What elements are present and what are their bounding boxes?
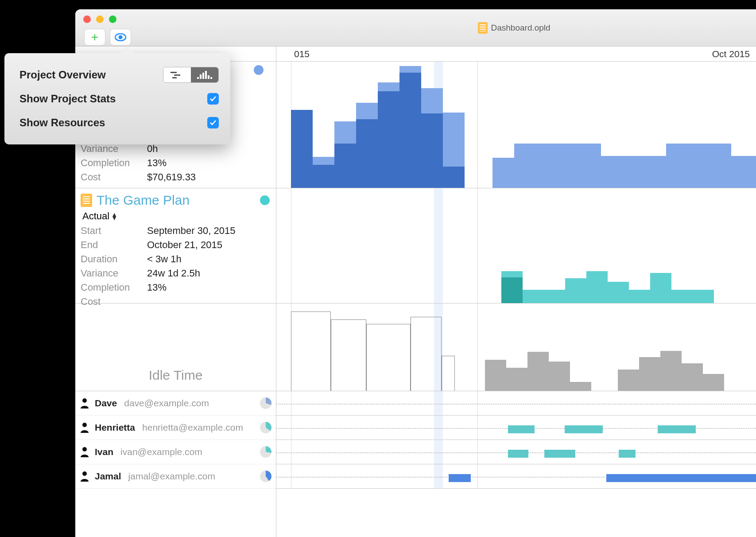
timeline-header: 015 Oct 2015 [276,47,756,62]
mode-value: Actual [82,210,109,222]
check-icon [209,120,217,126]
stat-label: Variance [81,266,147,280]
zoom-window-button[interactable] [109,16,116,23]
utilization-pie-icon [260,422,271,433]
stat-label: Cost [81,295,147,309]
plus-icon: + [91,30,98,44]
add-button[interactable]: + [84,29,105,46]
svg-rect-12 [205,71,207,79]
stat-value: < 3w 1h [147,252,182,266]
chart-mode-button[interactable] [191,67,218,82]
view-mode-segment[interactable] [163,67,219,83]
person-icon [80,422,89,433]
stat-label: Completion [81,156,147,170]
svg-point-3 [82,423,87,427]
show-resources-row[interactable]: Show Resources [19,111,219,135]
svg-rect-11 [202,73,204,79]
svg-rect-6 [171,72,177,73]
project-dot [254,65,264,75]
stat-label: Cost [81,170,147,184]
resource-name: Jamal [95,471,121,482]
svg-rect-14 [210,77,212,79]
stat-label: Completion [81,280,147,295]
chevron-updown-icon: ▲▼ [111,213,117,220]
stat-label: End [81,238,147,252]
resource-timeline-row [276,416,756,440]
chart-row-project1 [276,62,756,188]
resource-row[interactable]: Ivan ivan@example.com [75,440,276,464]
timeline-label: Oct 2015 [712,49,750,59]
eye-icon [115,33,126,41]
idle-time-section: Idle Time [75,304,276,391]
svg-rect-8 [172,77,177,78]
resource-email: dave@example.com [124,398,209,409]
popover-title: Project Overview [19,69,106,81]
svg-rect-7 [174,74,180,76]
chart-row-idle [276,304,756,391]
stat-value: September 30, 2015 [147,224,235,238]
resource-name: Henrietta [95,422,135,433]
resource-name: Ivan [95,447,113,457]
stat-value: 24w 1d 2.5h [147,266,200,280]
document-title: Dashboard.opld [478,22,551,34]
document-icon [478,22,488,34]
timeline-label: 015 [294,49,310,59]
chart-area: 015 Oct 2015 [276,47,756,537]
resource-name: Dave [95,398,117,409]
utilization-pie-icon [260,397,271,409]
stat-label: Start [81,224,147,238]
svg-point-5 [82,471,87,476]
svg-rect-9 [197,77,199,79]
person-icon [80,398,89,409]
stat-value: 13% [147,156,167,170]
titlebar: + Dashboard.opld [75,9,756,47]
view-button[interactable] [110,29,131,46]
person-icon [80,471,89,482]
project-overview-row: Project Overview [19,63,219,87]
stat-value: October 21, 2015 [147,238,222,252]
resource-email: henrietta@example.com [142,422,243,433]
resource-row[interactable]: Henrietta henrietta@example.com [75,416,276,440]
resource-timeline-row [276,391,756,416]
project-card-2[interactable]: The Game Plan Actual ▲▼ StartSeptember 3… [75,188,276,304]
resource-email: jamal@example.com [128,471,215,482]
resource-row[interactable]: Dave dave@example.com [75,391,276,416]
project-title: The Game Plan [97,193,190,208]
stat-label: Duration [81,252,147,266]
show-stats-row[interactable]: Show Project Stats [19,87,219,111]
show-stats-checkbox[interactable] [207,93,219,105]
svg-point-1 [119,35,123,39]
idle-label: Idle Time [149,368,203,383]
svg-rect-10 [200,74,202,79]
document-title-text: Dashboard.opld [491,23,551,33]
show-resources-label: Show Resources [19,117,105,129]
show-stats-label: Show Project Stats [19,93,116,105]
project-dot [260,195,270,205]
mode-selector[interactable]: Actual ▲▼ [82,210,276,222]
minimize-window-button[interactable] [96,16,104,23]
utilization-pie-icon [260,471,271,482]
resource-row[interactable]: Jamal jamal@example.com [75,464,276,489]
chart-row-project2 [276,188,756,304]
view-options-popover: Project Overview Show Project Stats Show… [4,53,230,144]
window-controls [83,16,116,23]
project-icon [81,194,92,207]
resource-email: ivan@example.com [120,447,202,457]
close-window-button[interactable] [83,16,91,23]
stat-value: $70,619.33 [147,170,196,184]
svg-point-2 [82,398,87,403]
utilization-pie-icon [260,446,271,458]
check-icon [209,96,217,102]
bars-icon [196,71,213,79]
stat-value: 13% [147,280,167,295]
gantt-mode-button[interactable] [163,67,191,82]
resource-timeline-row [276,464,756,489]
gantt-icon [170,71,185,78]
person-icon [80,447,89,457]
svg-point-4 [82,447,87,451]
show-resources-checkbox[interactable] [207,117,219,128]
resource-timeline-row [276,440,756,464]
svg-rect-13 [208,75,209,79]
